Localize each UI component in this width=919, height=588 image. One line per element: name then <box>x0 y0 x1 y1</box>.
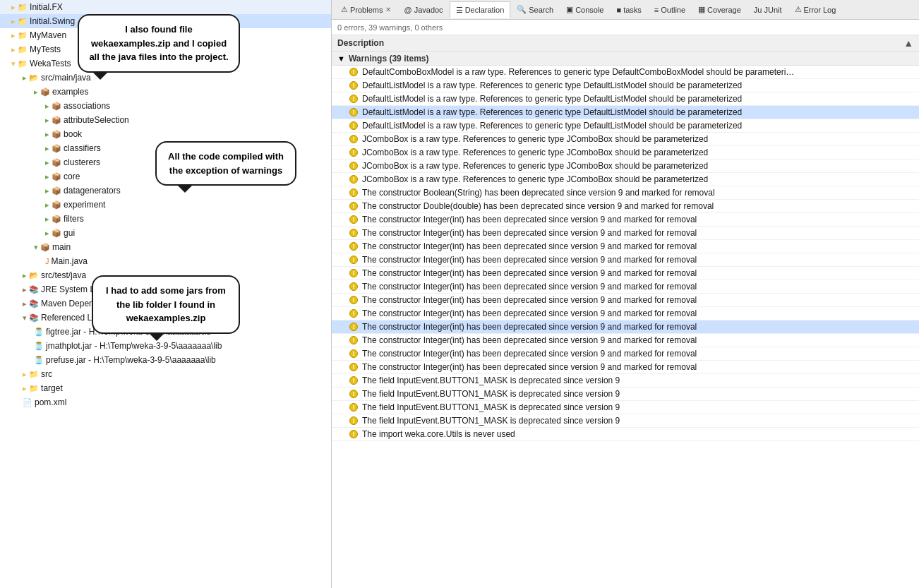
tree-label-my-maven: MyMaven <box>30 30 66 40</box>
tree-label-prefuse: prefuse.jar - H:\Temp\weka-3-9-5\aaaaaaa… <box>46 355 216 365</box>
tab-icon-junit: Ju <box>754 6 762 14</box>
tab-console[interactable]: ▣Console <box>560 1 610 18</box>
warning-icon: ! <box>349 188 359 198</box>
warnings-panel[interactable]: ▼ Warnings (39 items) !DefaultComboBoxMo… <box>332 52 919 588</box>
tab-icon-search: 🔍 <box>517 5 527 14</box>
tree-item-attribute-selection[interactable]: ▸ 📦attributeSelection <box>0 113 331 127</box>
tree-item-src-main-java[interactable]: ▸ 📂src/main/java <box>0 71 331 85</box>
tree-item-filters[interactable]: ▸ 📦filters <box>0 212 331 226</box>
tree-label-weka-tests: WekaTests <box>30 59 71 68</box>
tree-label-src-main-java: src/main/java <box>41 73 91 83</box>
warnings-group-header[interactable]: ▼ Warnings (39 items) <box>332 52 919 66</box>
warning-icon: ! <box>349 148 359 157</box>
warning-item[interactable]: !The constructor Integer(int) has been d… <box>332 253 919 267</box>
collapse-button[interactable]: ▲ <box>903 37 913 49</box>
tree-item-datagenerators[interactable]: ▸ 📦datagenerators <box>0 184 331 198</box>
warning-item[interactable]: !DefaultListModel is a raw type. Referen… <box>332 92 919 106</box>
tree-item-pom-xml[interactable]: 📄pom.xml <box>0 395 331 409</box>
tree-icon-src-folder: ▸ 📁 <box>23 370 39 379</box>
tree-label-target-folder: target <box>41 383 63 393</box>
tab-icon-problems: ⚠ <box>341 5 348 14</box>
warning-item[interactable]: !The field InputEvent.BUTTON1_MASK is de… <box>332 401 919 414</box>
main-layout: ▸ 📁Initial.FX▸ 📁Initial.Swing▸ 📁MyMaven▸… <box>0 0 919 588</box>
tree-item-experiment[interactable]: ▸ 📦experiment <box>0 198 331 212</box>
tree-label-main-java: Main.java <box>52 256 88 266</box>
warning-item[interactable]: !The constructor Integer(int) has been d… <box>332 294 919 307</box>
tab-javadoc[interactable]: @Javadoc <box>397 1 449 18</box>
warning-icon: ! <box>349 322 359 332</box>
tree-item-initial-fx[interactable]: ▸ 📁Initial.FX <box>0 0 331 14</box>
tree-icon-core: ▸ 📦 <box>45 172 61 181</box>
warning-icon: ! <box>349 308 359 318</box>
tree-item-jmathplot[interactable]: 🫙jmathplot.jar - H:\Temp\weka-3-9-5\aaaa… <box>0 339 331 353</box>
tab-label-declaration: Declaration <box>465 6 505 14</box>
warning-item[interactable]: !The import weka.core.Utils is never use… <box>332 428 919 441</box>
warning-item[interactable]: !The constructor Integer(int) has been d… <box>332 240 919 253</box>
tree-item-associations[interactable]: ▸ 📦associations <box>0 99 331 113</box>
tree-item-main-java[interactable]: JMain.java <box>0 254 331 268</box>
warning-text: The constructor Integer(int) has been de… <box>362 362 697 372</box>
tree-item-book[interactable]: ▸ 📦book <box>0 127 331 141</box>
warning-item[interactable]: !The constructor Boolean(String) has bee… <box>332 186 919 200</box>
tree-label-initial-swing: Initial.Swing <box>30 16 75 26</box>
warning-text: The constructor Integer(int) has been de… <box>362 228 697 238</box>
warning-item[interactable]: !The field InputEvent.BUTTON1_MASK is de… <box>332 388 919 401</box>
warning-item[interactable]: !The constructor Integer(int) has been d… <box>332 361 919 374</box>
tree-item-examples[interactable]: ▸ 📦examples <box>0 85 331 99</box>
warning-item[interactable]: !DefaultComboBoxModel is a raw type. Ref… <box>332 66 919 79</box>
warning-item[interactable]: !DefaultListModel is a raw type. Referen… <box>332 119 919 133</box>
warning-item[interactable]: !DefaultListModel is a raw type. Referen… <box>332 79 919 92</box>
warning-item[interactable]: !DefaultListModel is a raw type. Referen… <box>332 106 919 119</box>
warning-item[interactable]: !JComboBox is a raw type. References to … <box>332 133 919 146</box>
tab-label-coverage: Coverage <box>707 6 741 14</box>
tab-close-problems[interactable]: ✕ <box>385 6 391 13</box>
warning-item[interactable]: !The constructor Integer(int) has been d… <box>332 213 919 227</box>
tab-declaration[interactable]: ☰Declaration <box>450 1 511 18</box>
warning-item[interactable]: !JComboBox is a raw type. References to … <box>332 160 919 173</box>
warning-item[interactable]: !JComboBox is a raw type. References to … <box>332 173 919 186</box>
warning-item[interactable]: !JComboBox is a raw type. References to … <box>332 146 919 160</box>
tree-item-prefuse[interactable]: 🫙prefuse.jar - H:\Temp\weka-3-9-5\aaaaaa… <box>0 353 331 367</box>
warning-item[interactable]: !The constructor Integer(int) has been d… <box>332 307 919 320</box>
tab-icon-tasks: ■ <box>616 6 621 14</box>
warning-item[interactable]: !The field InputEvent.BUTTON1_MASK is de… <box>332 374 919 388</box>
warning-icon: ! <box>349 335 359 345</box>
tab-icon-error-log: ⚠ <box>795 5 802 14</box>
tab-coverage[interactable]: ▦Coverage <box>692 1 747 18</box>
warning-item[interactable]: !The constructor Integer(int) has been d… <box>332 334 919 347</box>
tree-item-main[interactable]: ▾ 📦main <box>0 240 331 254</box>
warning-item[interactable]: !The constructor Double(double) has been… <box>332 200 919 213</box>
warning-text: DefaultListModel is a raw type. Referenc… <box>362 94 742 104</box>
warning-text: The field InputEvent.BUTTON1_MASK is dep… <box>362 389 620 399</box>
warning-item[interactable]: !The field InputEvent.BUTTON1_MASK is de… <box>332 414 919 428</box>
tree-label-attribute-selection: attributeSelection <box>64 115 129 125</box>
tab-problems[interactable]: ⚠Problems✕ <box>335 1 397 18</box>
tab-label-tasks: tasks <box>623 6 642 14</box>
warning-text: JComboBox is a raw type. References to g… <box>362 161 708 171</box>
warning-icon: ! <box>349 362 359 372</box>
warning-item[interactable]: !The constructor Integer(int) has been d… <box>332 267 919 280</box>
warning-icon: ! <box>349 282 359 292</box>
tree-item-src-folder[interactable]: ▸ 📁src <box>0 367 331 381</box>
tree-icon-main-java: J <box>45 257 49 265</box>
tab-error-log[interactable]: ⚠Error Log <box>788 1 843 18</box>
tree-item-gui[interactable]: ▸ 📦gui <box>0 226 331 240</box>
warning-text: The constructor Integer(int) has been de… <box>362 255 697 265</box>
tree-label-filters: filters <box>64 214 84 224</box>
tab-tasks[interactable]: ■tasks <box>610 1 647 18</box>
tab-search[interactable]: 🔍Search <box>510 1 560 18</box>
warning-item[interactable]: !The constructor Integer(int) has been d… <box>332 320 919 334</box>
warning-icon: ! <box>349 349 359 359</box>
tree-icon-attribute-selection: ▸ 📦 <box>45 116 61 125</box>
warning-item[interactable]: !The constructor Integer(int) has been d… <box>332 227 919 240</box>
warning-item[interactable]: !The constructor Integer(int) has been d… <box>332 347 919 361</box>
tab-label-error-log: Error Log <box>804 6 836 14</box>
tree-label-pom-xml: pom.xml <box>35 397 66 407</box>
tab-junit[interactable]: JuJUnit <box>747 1 788 18</box>
tree-item-target-folder[interactable]: ▸ 📁target <box>0 381 331 395</box>
warning-icon: ! <box>349 295 359 305</box>
tab-outline[interactable]: ≡Outline <box>648 1 692 18</box>
tab-label-console: Console <box>575 6 603 14</box>
warning-icon: ! <box>349 268 359 278</box>
warning-item[interactable]: !The constructor Integer(int) has been d… <box>332 280 919 294</box>
